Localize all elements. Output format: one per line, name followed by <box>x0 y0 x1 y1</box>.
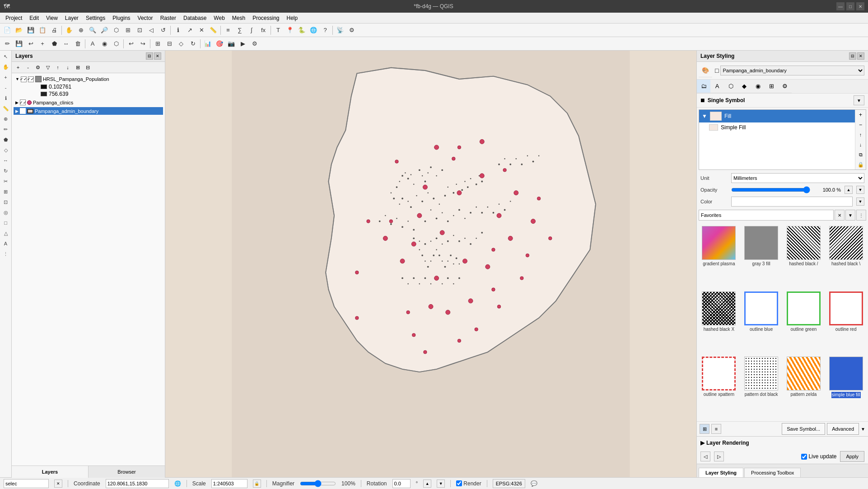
checkbox-clinics[interactable]: ✓ <box>20 99 26 105</box>
zoom-in-button[interactable]: 🔍 <box>87 25 98 36</box>
edit-add-feature[interactable]: + <box>37 38 48 49</box>
sym-cell-outline-blue[interactable]: outline blue <box>741 290 782 353</box>
expand-all-btn[interactable]: ⊞ <box>73 63 82 72</box>
lt-zoom-out[interactable]: - <box>1 83 11 93</box>
measure-button[interactable]: 📏 <box>208 25 219 36</box>
opacity-slider[interactable] <box>731 187 810 193</box>
attribute-table-button[interactable]: ≡ <box>223 25 233 36</box>
field-calc-button[interactable]: fx <box>258 25 269 36</box>
rotate-button[interactable]: ↻ <box>187 38 198 49</box>
rp-controls[interactable]: ⊟ ✕ <box>849 52 864 60</box>
lt-offset[interactable]: ⊡ <box>1 197 11 207</box>
sym-cell-pattern-zelda[interactable]: pattern zelda <box>784 355 824 419</box>
scale-lock-btn[interactable]: 🔒 <box>253 480 261 488</box>
gps2-button[interactable]: 🎯 <box>214 38 225 49</box>
new-button[interactable]: 📄 <box>2 25 13 36</box>
menu-project[interactable]: Project <box>2 14 26 22</box>
layer-rendering-title[interactable]: ▶ Layer Rendering <box>700 438 864 447</box>
zoom-full-button[interactable]: ⊡ <box>134 25 145 36</box>
zoom-prev-button[interactable]: ◁ <box>146 25 157 36</box>
zoom-out-button[interactable]: 🔎 <box>99 25 110 36</box>
history-fwd-btn[interactable]: ▷ <box>714 451 724 461</box>
window-controls[interactable]: — □ ✕ <box>836 2 864 10</box>
close-button[interactable]: ✕ <box>856 2 864 10</box>
relation-button[interactable]: ⚙ <box>249 38 260 49</box>
sym-cell-hashed-black-back[interactable]: hashed black \ <box>826 224 866 288</box>
lt-select[interactable]: ↖ <box>1 52 11 61</box>
minimize-button[interactable]: — <box>836 2 845 10</box>
sym-cell-outline-green[interactable]: outline green <box>784 290 824 353</box>
snapping-button[interactable]: ⊞ <box>152 38 163 49</box>
sym-cell-outline-xpat[interactable]: outline xpattern <box>699 355 739 419</box>
unit-dropdown[interactable]: Millimeters <box>731 173 864 183</box>
menu-edit[interactable]: Edit <box>26 14 42 22</box>
map-area[interactable] <box>165 51 696 477</box>
lt-merge[interactable]: ⊞ <box>1 187 11 197</box>
render-checkbox[interactable] <box>456 480 462 486</box>
animation-button[interactable]: ▶ <box>238 38 248 49</box>
rp-rendering-icon[interactable]: ⚙ <box>778 80 792 93</box>
tab-processing-toolbox[interactable]: Processing Toolbox <box>744 468 801 477</box>
menu-processing[interactable]: Processing <box>249 14 283 22</box>
photo-button[interactable]: 📷 <box>226 38 237 49</box>
sym-cell-gradient-plasma[interactable]: gradient plasma <box>699 224 739 288</box>
menu-settings[interactable]: Settings <box>82 14 109 22</box>
lt-node[interactable]: ◇ <box>1 145 11 155</box>
stats-button[interactable]: ∫ <box>246 25 257 36</box>
edit-move[interactable]: ↔ <box>61 38 71 49</box>
menu-help[interactable]: Help <box>283 14 302 22</box>
select-button[interactable]: ↗ <box>184 25 195 36</box>
checkbox-boundary[interactable]: ✓ <box>20 108 26 114</box>
pan-map-button[interactable]: ⊕ <box>75 25 86 36</box>
sym-cell-outline-red[interactable]: outline red <box>826 290 866 353</box>
python-console-button[interactable]: 🐍 <box>296 25 307 36</box>
sym-lock-btn[interactable]: 🔒 <box>855 160 866 169</box>
tab-layer-styling[interactable]: Layer Styling <box>699 468 743 477</box>
checkbox-hrsl[interactable]: ✓ <box>21 76 27 82</box>
rp-fields-icon[interactable]: ⊞ <box>765 80 778 93</box>
locator-button[interactable]: 📍 <box>285 25 295 36</box>
add-layer-btn[interactable]: + <box>14 63 23 72</box>
save-as-button[interactable]: 📋 <box>37 25 48 36</box>
rp-label-icon[interactable]: A <box>710 80 724 93</box>
menu-web[interactable]: Web <box>210 14 228 22</box>
sym-dup-btn[interactable]: ⧉ <box>855 150 866 160</box>
print-button[interactable]: 🖨 <box>49 25 60 36</box>
apply-button[interactable]: Apply <box>840 451 864 462</box>
menu-layer[interactable]: Layer <box>61 14 82 22</box>
sym-cell-hashed-black-x[interactable]: hashed black X <box>699 290 739 353</box>
expand-clinics[interactable]: ▶ <box>15 100 19 105</box>
crs-button[interactable]: EPSG:4326 <box>493 479 525 488</box>
rp-diagram-icon[interactable]: ◉ <box>751 80 765 93</box>
menu-raster[interactable]: Raster <box>157 14 180 22</box>
text-button[interactable]: T <box>273 25 284 36</box>
collapse-all-btn[interactable]: ⊟ <box>83 63 92 72</box>
rotation-down-btn[interactable]: ▼ <box>437 480 445 488</box>
identify-button[interactable]: ℹ <box>173 25 183 36</box>
checkbox2-hrsl[interactable]: ✓ <box>28 76 34 82</box>
edit-toggle[interactable]: ✏ <box>2 38 13 49</box>
edit-digitize[interactable]: ⬟ <box>49 38 60 49</box>
rp-float[interactable]: ⊟ <box>849 52 856 60</box>
history-back-btn[interactable]: ◁ <box>700 451 710 461</box>
browser-button[interactable]: 🌐 <box>308 25 319 36</box>
sym-up-btn[interactable]: ↑ <box>855 130 866 140</box>
lt-label2[interactable]: A <box>1 239 11 249</box>
move-up-btn[interactable]: ↑ <box>53 63 62 72</box>
panel-float[interactable]: ⊟ <box>146 52 153 60</box>
remove-layer-btn[interactable]: - <box>23 63 33 72</box>
style-button[interactable]: ⬡ <box>111 38 121 49</box>
layer-item-clinics[interactable]: ▶ ✓ Pampanga_clinics <box>14 99 163 106</box>
sym-add-btn[interactable]: + <box>855 110 866 120</box>
favorites-dropdown-btn[interactable]: ▼ <box>845 210 855 221</box>
deselect-button[interactable]: ✕ <box>196 25 207 36</box>
refresh-button[interactable]: ↺ <box>158 25 168 36</box>
search-input[interactable] <box>4 479 49 488</box>
symbol-type-dropdown[interactable]: ▼ <box>854 95 864 105</box>
move-down-btn[interactable]: ↓ <box>63 63 72 72</box>
tab-browser[interactable]: Browser <box>89 466 165 478</box>
lt-pan[interactable]: ✋ <box>1 62 11 72</box>
search-clear-btn[interactable]: ✕ <box>54 480 62 488</box>
save-symbol-btn[interactable]: Save Symbol... <box>782 423 825 435</box>
edit-rollback[interactable]: ↩ <box>25 38 36 49</box>
